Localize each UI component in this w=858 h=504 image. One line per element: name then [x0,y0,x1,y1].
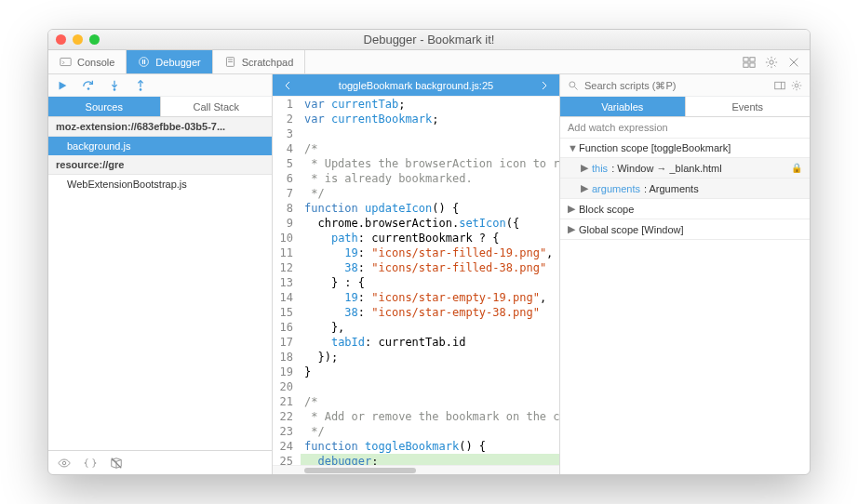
tab-console[interactable]: Console [48,50,127,73]
line-number[interactable]: 14 [273,290,301,305]
code-line: 15 38: "icons/star-empty-38.png" [273,305,559,320]
line-number[interactable]: 12 [273,260,301,275]
disclosure-arrow-icon[interactable]: ▶ [568,223,575,235]
svg-line-18 [575,86,578,89]
scopes-list: ▼Function scope [toggleBookmark]▶this: W… [560,139,810,240]
svg-rect-8 [750,57,755,60]
variable-row[interactable]: ▶this: Window → _blank.html🔒 [560,158,810,179]
tab-scratchpad-label: Scratchpad [242,57,294,68]
code-line: 11 19: "icons/star-filled-19.png", [273,245,559,260]
code-line: 3 [273,126,559,141]
scope-row[interactable]: ▶Block scope [560,199,810,219]
debugger-icon [138,56,150,68]
scope-row[interactable]: ▶Global scope [Window] [560,219,810,240]
line-number[interactable]: 23 [273,424,301,439]
settings-icon[interactable] [765,56,778,69]
disclosure-arrow-icon[interactable]: ▶ [581,182,588,194]
source-group-header[interactable]: moz-extension://683efbbe-03b5-7... [48,117,272,137]
line-number[interactable]: 10 [273,231,301,245]
sources-tab[interactable]: Sources [48,97,161,116]
resume-button[interactable] [56,79,69,92]
line-number[interactable]: 7 [273,186,301,201]
editor-pane: toggleBookmark background.js:25 1var cur… [273,74,560,474]
source-file[interactable]: background.js [48,137,272,155]
line-number[interactable]: 21 [273,394,301,409]
tab-scratchpad[interactable]: Scratchpad [213,50,306,73]
line-number[interactable]: 17 [273,335,301,350]
line-number[interactable]: 20 [273,379,301,394]
debugger-settings-icon[interactable] [791,80,802,91]
line-number[interactable]: 1 [273,97,301,112]
scope-row[interactable]: ▼Function scope [toggleBookmark] [560,139,810,158]
line-number[interactable]: 9 [273,216,301,231]
svg-rect-9 [744,62,748,66]
svg-point-13 [114,88,116,91]
disclosure-arrow-icon[interactable]: ▼ [568,142,575,153]
titlebar: Debugger - Bookmark it! [48,30,810,50]
code-line: 25 debugger; [273,454,559,465]
line-number[interactable]: 4 [273,141,301,156]
svg-point-15 [62,461,66,465]
prettyprint-icon[interactable] [84,457,97,470]
tab-debugger-label: Debugger [155,57,200,68]
line-number[interactable]: 24 [273,439,301,454]
search-scripts-input[interactable] [584,80,769,91]
svg-rect-0 [60,58,71,65]
lock-icon: 🔒 [791,163,802,173]
code-line: 23 */ [273,424,559,439]
line-number[interactable]: 25 [273,454,301,465]
tab-console-label: Console [77,57,114,68]
disclosure-arrow-icon[interactable]: ▶ [581,162,588,174]
tool-tabs: Console Debugger Scratchpad [48,50,810,74]
line-number[interactable]: 3 [273,126,301,141]
line-number[interactable]: 22 [273,409,301,424]
step-out-button[interactable] [134,79,147,92]
line-number[interactable]: 6 [273,171,301,186]
panels-icon[interactable] [743,56,756,69]
line-number[interactable]: 19 [273,365,301,379]
code-line: 4/* [273,141,559,156]
disclosure-arrow-icon[interactable]: ▶ [568,203,575,215]
line-number[interactable]: 15 [273,305,301,320]
code-line: 2var currentBookmark; [273,112,559,126]
add-watch-expression[interactable]: Add watch expression [560,117,810,139]
line-number[interactable]: 13 [273,275,301,290]
code-line: 8function updateIcon() { [273,201,559,216]
svg-rect-7 [744,57,748,60]
blackbox-icon[interactable] [110,457,123,470]
events-tab[interactable]: Events [686,97,811,116]
source-file[interactable]: WebExtensionBootstrap.js [48,175,272,193]
step-over-button[interactable] [82,79,95,92]
svg-point-17 [570,81,575,86]
line-number[interactable]: 11 [273,245,301,260]
search-icon [568,80,579,91]
scratchpad-icon [224,56,236,68]
expand-right-icon[interactable] [539,80,550,91]
close-toolbox-icon[interactable] [787,56,800,69]
line-number[interactable]: 5 [273,156,301,171]
line-number[interactable]: 16 [273,320,301,335]
svg-point-12 [87,87,90,90]
variables-tab[interactable]: Variables [560,97,686,116]
code-line: 17 tabId: currentTab.id [273,335,559,350]
callstack-tab[interactable]: Call Stack [161,97,273,116]
eye-icon[interactable] [58,457,71,470]
horizontal-scrollbar[interactable] [273,465,559,474]
expand-left-icon[interactable] [282,80,293,91]
line-number[interactable]: 8 [273,201,301,216]
line-number[interactable]: 18 [273,350,301,365]
code-line: 7 */ [273,186,559,201]
svg-point-14 [140,88,142,91]
variable-row[interactable]: ▶arguments: Arguments [560,179,810,199]
tab-debugger[interactable]: Debugger [127,50,212,73]
code-line: 12 38: "icons/star-filled-38.png" [273,260,559,275]
step-in-button[interactable] [108,79,121,92]
line-number[interactable]: 2 [273,112,301,126]
code-editor[interactable]: 1var currentTab;2var currentBookmark;34/… [273,97,559,465]
svg-point-11 [770,60,773,63]
window-title: Debugger - Bookmark it! [48,33,810,46]
svg-rect-19 [775,82,785,89]
toggle-pane-icon[interactable] [774,80,785,91]
source-group-header[interactable]: resource://gre [48,155,272,175]
code-line: 10 path: currentBookmark ? { [273,231,559,245]
